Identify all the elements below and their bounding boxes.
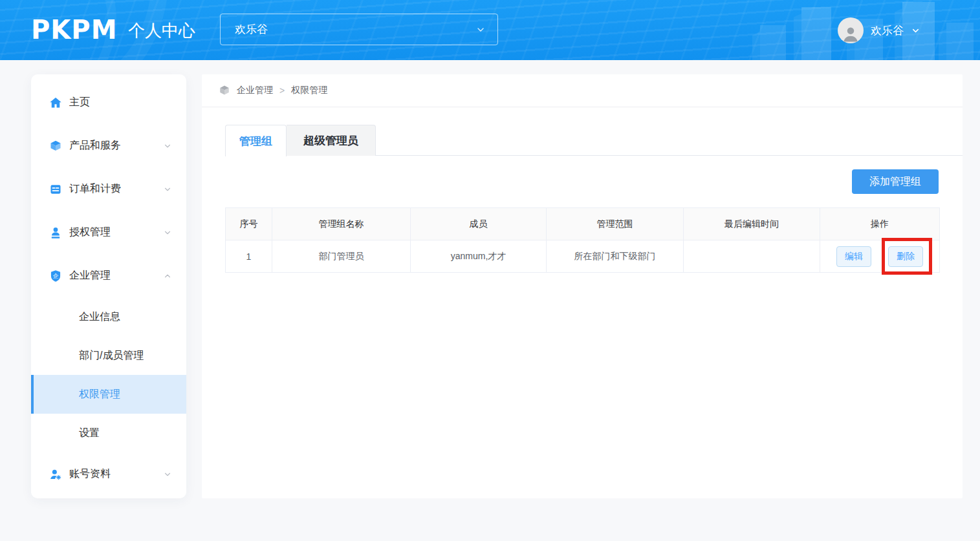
sidebar-item-products-services[interactable]: 产品和服务 [31,124,186,167]
home-icon [49,96,62,109]
admin-groups-table: 序号 管理组名称 成员 管理范围 最后编辑时间 操作 1 部门管理员 yanmu… [225,207,940,273]
cube-icon [219,85,230,96]
cell-group-name: 部门管理员 [272,240,411,273]
edit-button[interactable]: 编辑 [836,246,871,267]
sidebar-item-label: 订单和计费 [69,182,163,196]
table-row: 1 部门管理员 yanmum,才才 所在部门和下级部门 编辑 删除 [226,240,940,273]
chevron-up-icon [163,271,172,281]
license-icon [49,226,62,239]
cell-last-edit-time [684,240,820,273]
tab-admin-groups[interactable]: 管理组 [225,125,287,156]
sidebar-subitem-label: 权限管理 [79,388,120,401]
sidebar-subitem-enterprise-info[interactable]: 企业信息 [31,297,186,336]
sidebar-item-license-management[interactable]: 授权管理 [31,211,186,254]
sidebar-item-label: 企业管理 [69,269,163,282]
sidebar-item-label: 账号资料 [69,467,163,481]
sidebar-item-label: 主页 [69,96,172,109]
breadcrumb-enterprise-management[interactable]: 企业管理 [237,85,273,96]
breadcrumb: 企业管理 > 权限管理 [202,74,963,107]
column-header-index: 序号 [226,208,272,240]
column-header-scope: 管理范围 [547,208,684,240]
organization-select[interactable]: 欢乐谷 [220,14,498,45]
user-name: 欢乐谷 [871,23,904,38]
sidebar-subitem-department-members[interactable]: 部门/成员管理 [31,336,186,375]
table-header-row: 序号 管理组名称 成员 管理范围 最后编辑时间 操作 [226,208,940,240]
tab-label: 超级管理员 [303,133,358,148]
sidebar-item-enterprise-management[interactable]: 企 企业管理 [31,254,186,297]
account-icon [49,468,62,481]
column-header-last-edit-time: 最后编辑时间 [684,208,820,240]
sidebar-item-label: 产品和服务 [69,139,163,153]
column-header-members: 成员 [411,208,547,240]
svg-text:企: 企 [53,272,59,279]
cell-index: 1 [226,240,272,273]
tabs-bar: 管理组 超级管理员 [225,125,963,156]
sidebar-item-label: 授权管理 [69,226,163,239]
breadcrumb-separator: > [279,85,285,96]
chevron-down-icon [163,142,172,151]
delete-button[interactable]: 删除 [888,246,923,267]
cell-members: yanmum,才才 [411,240,547,273]
sidebar-subitem-label: 企业信息 [79,310,120,324]
sidebar-item-home[interactable]: 主页 [31,81,186,124]
sidebar-subitem-label: 部门/成员管理 [79,349,144,363]
sidebar-subitem-settings[interactable]: 设置 [31,414,186,452]
orders-icon [49,183,62,196]
cell-scope: 所在部门和下级部门 [547,240,684,273]
avatar [838,17,864,43]
tab-super-admin[interactable]: 超级管理员 [287,125,376,156]
organization-select-value: 欢乐谷 [235,22,268,37]
column-header-group-name: 管理组名称 [272,208,411,240]
pkpm-logo: PKPM [31,14,117,45]
chevron-down-icon [163,470,172,479]
sidebar-subitem-label: 设置 [79,427,100,440]
sidebar-item-account-profile[interactable]: 账号资料 [31,452,186,496]
add-admin-group-button[interactable]: 添加管理组 [852,169,939,194]
sidebar-item-orders-billing[interactable]: 订单和计费 [31,167,186,211]
chevron-down-icon [475,25,486,35]
top-header: PKPM 个人中心 欢乐谷 欢乐谷 [0,0,980,60]
sidebar: 主页 产品和服务 订单和计费 授权管理 [31,74,186,498]
column-header-actions: 操作 [820,208,940,240]
user-menu[interactable]: 欢乐谷 [838,17,920,44]
main-content: 企业管理 > 权限管理 管理组 超级管理员 添加管理组 序号 管理组名称 成员 … [202,74,963,498]
enterprise-icon: 企 [49,270,62,282]
tab-label: 管理组 [239,134,272,149]
chevron-down-icon [163,185,172,194]
chevron-down-icon [163,228,172,237]
sidebar-subitem-permission-management[interactable]: 权限管理 [31,375,186,414]
products-icon [49,140,62,153]
chevron-down-icon [911,26,920,36]
breadcrumb-permission-management[interactable]: 权限管理 [291,85,327,96]
page-title: 个人中心 [128,19,195,41]
cell-actions: 编辑 删除 [820,240,940,273]
